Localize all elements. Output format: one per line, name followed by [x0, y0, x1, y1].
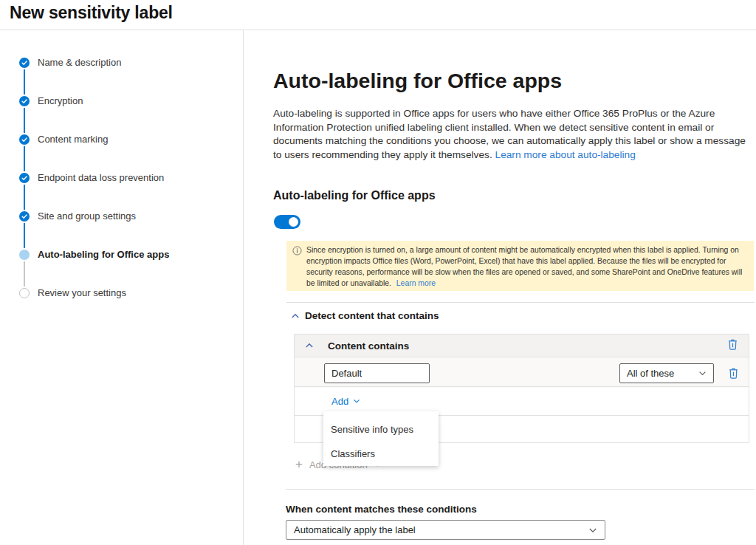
- menu-item-classifiers[interactable]: Classifiers: [323, 442, 439, 466]
- match-type-value: All of these: [627, 368, 674, 379]
- sidebar-step-auto-labeling[interactable]: Auto-labeling for Office apps: [38, 249, 169, 261]
- step-check-icon: [19, 96, 30, 106]
- warning-learn-more-link[interactable]: Learn more: [396, 279, 436, 287]
- step-check-icon: [19, 173, 30, 183]
- delete-group-icon[interactable]: [727, 338, 738, 353]
- condition-name-input[interactable]: Default: [324, 363, 430, 383]
- divider: [286, 489, 755, 490]
- detect-content-section-header[interactable]: Detect content that contains: [291, 310, 439, 321]
- step-check-icon: [19, 211, 30, 222]
- auto-labeling-toggle[interactable]: [274, 215, 300, 229]
- chevron-down-icon: [588, 526, 597, 535]
- sidebar-step-encryption[interactable]: Encryption: [38, 95, 83, 107]
- info-icon: [292, 246, 302, 258]
- divider: [286, 302, 755, 303]
- detect-content-title: Detect content that contains: [305, 310, 439, 321]
- sidebar-step-name-description[interactable]: Name & description: [38, 57, 121, 69]
- step-check-icon: [19, 58, 30, 68]
- add-button[interactable]: Add: [331, 396, 360, 407]
- warning-message: Since encryption is turned on, a large a…: [286, 241, 754, 291]
- when-matches-dropdown[interactable]: Automatically apply the label: [286, 520, 605, 540]
- step-upcoming-icon: [19, 288, 30, 298]
- step-connector: [24, 185, 25, 210]
- content-contains-header[interactable]: Content contains: [295, 335, 749, 357]
- chevron-up-icon: [305, 341, 314, 350]
- sidebar-step-endpoint-dlp[interactable]: Endpoint data loss prevention: [38, 172, 164, 184]
- when-matches-value: Automatically apply the label: [294, 524, 416, 535]
- plus-icon: +: [295, 459, 303, 470]
- toggle-knob: [289, 217, 298, 227]
- when-matches-label: When content matches these conditions: [286, 504, 477, 515]
- page-title: New sensitivity label: [10, 3, 173, 23]
- step-connector: [24, 69, 25, 95]
- step-connector: [24, 108, 25, 133]
- content-contains-title: Content contains: [328, 340, 727, 352]
- warning-text: Since encryption is turned on, a large a…: [306, 246, 742, 287]
- learn-more-auto-labeling-link[interactable]: Learn more about auto-labeling: [495, 149, 636, 160]
- chevron-up-icon: [291, 312, 300, 321]
- add-dropdown-menu: Sensitive info types Classifiers: [323, 411, 439, 466]
- chevron-down-icon: [353, 397, 360, 405]
- wizard-stepper: Name & description Encryption Content ma…: [0, 30, 244, 545]
- main-title: Auto-labeling for Office apps: [273, 69, 562, 93]
- delete-condition-icon[interactable]: [728, 367, 739, 382]
- sidebar-step-site-group-settings[interactable]: Site and group settings: [38, 210, 136, 222]
- intro-paragraph: Auto-labeling is supported in Office app…: [273, 107, 755, 162]
- toggle-section-title: Auto-labeling for Office apps: [273, 189, 436, 202]
- step-current-icon: [19, 250, 30, 260]
- step-connector: [24, 261, 25, 287]
- sidebar-step-review-settings[interactable]: Review your settings: [38, 287, 126, 299]
- chevron-down-icon: [698, 369, 707, 377]
- menu-item-sensitive-info-types[interactable]: Sensitive info types: [323, 417, 439, 442]
- step-check-icon: [19, 134, 30, 145]
- step-connector: [24, 223, 25, 248]
- condition-row: Default All of these: [295, 357, 749, 386]
- match-type-dropdown[interactable]: All of these: [619, 363, 714, 383]
- sidebar-step-content-marking[interactable]: Content marking: [38, 134, 108, 145]
- step-connector: [24, 146, 25, 171]
- add-label: Add: [331, 396, 348, 407]
